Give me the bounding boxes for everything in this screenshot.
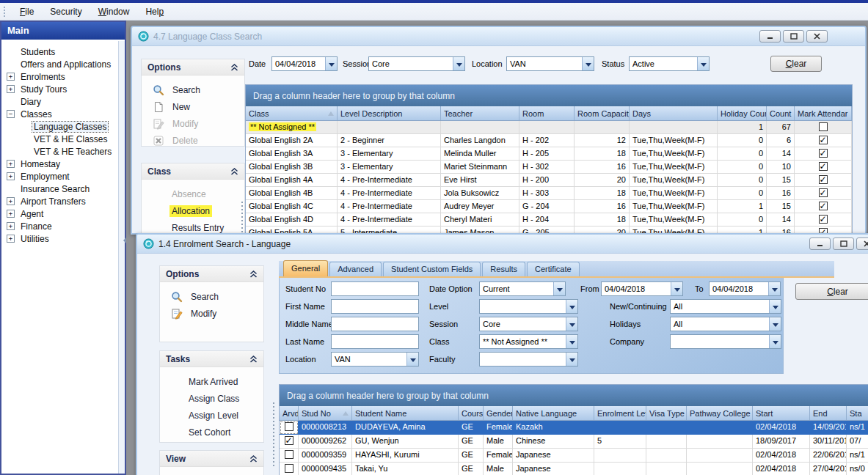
class-grid-row[interactable]: Global English 3A 3 - Elementary Melinda… (246, 147, 852, 161)
tab[interactable]: Student Custom Fields (383, 262, 481, 276)
column-header-sta[interactable]: Sta (847, 406, 868, 420)
column-header-course[interactable]: Course (459, 406, 484, 420)
arrived-checkbox[interactable] (285, 436, 293, 445)
dropdown-arrow-icon[interactable] (582, 57, 594, 70)
dropdown-arrow-icon[interactable] (566, 300, 577, 313)
tree-expander-icon[interactable] (7, 97, 15, 106)
tree-expander-icon[interactable]: + (7, 172, 15, 180)
enrolment-grid-row[interactable]: 0000009359 HAYASHI, Kurumi GE Female Jap… (280, 449, 868, 463)
tree-expander-icon[interactable]: + (7, 222, 15, 230)
dropdown-arrow-icon[interactable] (553, 282, 565, 295)
student-no-input[interactable] (331, 281, 419, 296)
class-action-item[interactable]: Absence (142, 185, 244, 202)
group-by-bar[interactable]: Drag a column header here to group by th… (280, 385, 868, 406)
clear-button[interactable]: Clear (770, 56, 822, 72)
column-header-pathway-college[interactable]: Pathway College (687, 406, 753, 420)
company-combobox[interactable] (670, 334, 781, 349)
search-action[interactable]: Search (142, 81, 244, 98)
minimize-button[interactable] (759, 30, 781, 43)
sidebar-tree-item[interactable]: − Classes (1, 108, 117, 120)
column-header-native-language[interactable]: Native Language (513, 406, 594, 420)
tree-expander-icon[interactable] (7, 60, 15, 68)
dropdown-arrow-icon[interactable] (671, 282, 682, 295)
column-header-student-name[interactable]: Student Name (352, 406, 459, 420)
column-header-class[interactable]: Class (246, 106, 338, 120)
tree-expander-icon[interactable] (7, 185, 15, 193)
tab[interactable]: General (283, 260, 328, 276)
tree-expander-icon[interactable] (20, 135, 28, 143)
column-header-end[interactable]: End (810, 406, 847, 420)
menu-item[interactable]: Help (137, 4, 172, 19)
new-action[interactable]: New (142, 98, 244, 115)
tree-expander-icon[interactable]: + (7, 73, 15, 81)
options-panel-header[interactable]: Options (160, 266, 263, 282)
dropdown-arrow-icon[interactable] (325, 57, 337, 70)
class-grid-row[interactable]: Global English 4D 4 - Pre-Intermediate C… (246, 213, 852, 227)
panel-splitter-handle[interactable] (241, 201, 244, 235)
task-item[interactable]: Mark Arrived (160, 373, 263, 390)
arrived-checkbox[interactable] (285, 422, 293, 431)
holidays-combobox[interactable]: All (670, 317, 781, 331)
mark-attendance-checkbox[interactable] (819, 162, 828, 171)
class-grid-row[interactable]: Global English 4B 4 - Pre-Intermediate J… (246, 187, 852, 200)
dropdown-arrow-icon[interactable] (769, 300, 781, 313)
sidebar-tree-item[interactable]: Diary (1, 95, 117, 108)
clear-button[interactable]: Clear (795, 283, 868, 300)
sidebar-tree-item[interactable]: Language Classes (1, 120, 117, 133)
class-action-item[interactable]: Allocation (142, 202, 244, 219)
class-grid-row[interactable]: Global English 4A 4 - Pre-Intermediate E… (246, 174, 852, 187)
sidebar-tree-item[interactable]: + Homestay (1, 158, 117, 170)
sidebar-tree-item[interactable]: + Finance (1, 220, 117, 232)
mark-attendance-checkbox[interactable] (819, 149, 828, 158)
level-combobox[interactable] (479, 299, 578, 314)
tree-expander-icon[interactable]: + (7, 85, 15, 93)
column-header-teacher[interactable]: Teacher (441, 106, 519, 120)
first-name-input[interactable] (331, 299, 419, 314)
column-header-room-capacity[interactable]: Room Capacity (575, 106, 630, 120)
class-grid-row[interactable]: ** Not Assigned ** 1 67 (246, 121, 852, 134)
sidebar-tree-item[interactable]: + Enrolments (1, 70, 117, 83)
column-header-gender[interactable]: Gender (484, 406, 513, 420)
tree-expander-icon[interactable]: + (7, 197, 15, 205)
dropdown-arrow-icon[interactable] (697, 57, 709, 70)
sidebar-tree-item[interactable]: + Study Tours (1, 83, 117, 95)
column-header-enrolment-level[interactable]: Enrolment Level (594, 406, 646, 420)
task-item[interactable]: Assign Level (160, 407, 263, 424)
date-option-combobox[interactable]: Current (479, 281, 566, 296)
task-item[interactable]: Set Cohort (160, 424, 263, 441)
sidebar-collapse-strip[interactable] (118, 41, 125, 474)
faculty-combobox[interactable] (479, 352, 578, 367)
window-titlebar[interactable]: 4.7 Language Class Search (132, 27, 865, 46)
mark-attendance-checkbox[interactable] (819, 175, 828, 184)
tab[interactable]: Advanced (329, 262, 382, 276)
class-action-item[interactable]: Results Entry (142, 219, 244, 235)
middle-name-input[interactable] (331, 317, 419, 331)
dropdown-arrow-icon[interactable] (453, 57, 464, 70)
date-filter-combobox[interactable]: 04/04/2018 (271, 56, 338, 71)
task-item[interactable]: Assign Class (160, 390, 263, 407)
class-combobox[interactable]: ** Not Assigned ** (479, 334, 578, 349)
menu-item[interactable]: Window (90, 4, 138, 19)
tab[interactable]: Results (482, 262, 525, 276)
dropdown-arrow-icon[interactable] (768, 282, 780, 295)
column-header-days[interactable]: Days (630, 106, 718, 120)
column-header-visa-type[interactable]: Visa Type (646, 406, 687, 420)
maximize-button[interactable] (833, 238, 854, 250)
sidebar-tree-item[interactable]: Students (1, 45, 117, 58)
enrolment-grid-row[interactable]: 0000009262 GU, Wenjun GE Male Chinese 5 … (280, 435, 868, 449)
tree-expander-icon[interactable] (20, 147, 28, 155)
to-date-combobox[interactable]: 04/04/2018 (709, 281, 781, 296)
tree-expander-icon[interactable] (20, 122, 28, 130)
dropdown-arrow-icon[interactable] (566, 317, 577, 331)
class-grid-row[interactable]: Global English 4C 4 - Pre-Intermediate A… (246, 200, 852, 213)
minimize-button[interactable] (809, 238, 831, 250)
sidebar-tree-item[interactable]: + Agent (1, 207, 117, 220)
last-name-input[interactable] (331, 334, 419, 349)
column-header-holiday-count[interactable]: Holiday Count (718, 106, 767, 120)
arrived-checkbox[interactable] (285, 450, 293, 459)
mark-attendance-checkbox[interactable] (819, 215, 828, 224)
tree-expander-icon[interactable]: + (7, 210, 15, 218)
close-button[interactable] (856, 238, 868, 250)
sidebar-tree-item[interactable]: Offers and Applications (1, 58, 117, 70)
group-by-bar[interactable]: Drag a column header here to group by th… (246, 85, 852, 106)
